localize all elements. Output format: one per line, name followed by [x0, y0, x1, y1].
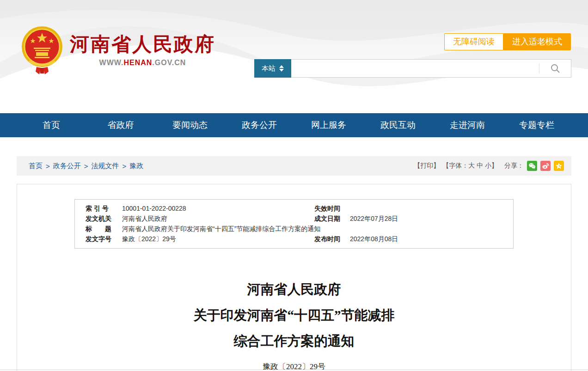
search-icon	[550, 63, 560, 73]
share-qzone-button[interactable]	[554, 161, 564, 171]
wechat-icon	[528, 162, 536, 170]
site-brand: 河南省人民政府 WWW.HENAN.GOV.CN	[21, 25, 215, 74]
font-size-small-button[interactable]: 小	[485, 162, 491, 169]
meta-expiry-value	[350, 203, 513, 213]
meta-title-label: 标 题	[75, 224, 122, 234]
document-meta-table: 索 引 号 10001-01-2022-00228 失效时间 发文机关 河南省人…	[74, 199, 514, 249]
breadcrumb-separator: >	[122, 162, 127, 170]
share-weibo-button[interactable]	[540, 161, 551, 171]
meta-date-published-label: 发布时间	[304, 234, 350, 244]
header-mode-buttons: 无障碍阅读 进入适老模式	[444, 33, 571, 50]
accessibility-reading-button[interactable]: 无障碍阅读	[444, 33, 503, 50]
site-url-www: WWW.	[99, 59, 124, 67]
breadcrumb-bar: 首页 > 政务公开 > 法规文件 > 豫政 【打印】 【字体：大 中 小】 分享…	[17, 156, 571, 176]
header-banner: 河南省人民政府 WWW.HENAN.GOV.CN 无障碍阅读 进入适老模式 本站	[0, 0, 588, 113]
search-input[interactable]	[291, 60, 539, 77]
national-emblem-icon	[21, 25, 63, 74]
share-label: 分享：	[504, 162, 524, 170]
meta-title-value: 河南省人民政府关于印发河南省“十四五”节能减排综合工作方案的通知	[122, 224, 513, 234]
meta-index-label: 索 引 号	[75, 203, 122, 213]
site-url-domain: HENAN	[123, 59, 152, 67]
nav-item-news[interactable]: 要闻动态	[155, 113, 225, 137]
bottom-divider	[0, 370, 588, 370]
print-button[interactable]: 【打印】	[414, 162, 440, 170]
document-title-line3: 综合工作方案的通知	[17, 328, 571, 354]
meta-expiry-label: 失效时间	[304, 203, 350, 213]
meta-date-written-label: 成文日期	[304, 213, 350, 224]
nav-item-about-henan[interactable]: 走进河南	[433, 113, 502, 137]
nav-item-public-interaction[interactable]: 政民互动	[363, 113, 433, 137]
meta-date-written-value: 2022年07月28日	[350, 213, 513, 224]
scope-toggle-arrows-icon	[279, 65, 284, 72]
main-nav: 首页 省政府 要闻动态 政务公开 网上服务 政民互动 走进河南 专题专栏	[0, 113, 588, 137]
breadcrumb-regulations[interactable]: 法规文件	[92, 162, 119, 170]
site-title[interactable]: 河南省人民政府	[70, 34, 215, 55]
font-size-large-button[interactable]: 大	[468, 162, 475, 169]
breadcrumb-separator: >	[84, 162, 88, 170]
breadcrumb-gov-disclosure[interactable]: 政务公开	[53, 162, 81, 170]
breadcrumb: 首页 > 政务公开 > 法规文件 > 豫政	[29, 162, 143, 170]
document-title-line2: 关于印发河南省“十四五”节能减排	[17, 302, 571, 328]
meta-date-published-value: 2022年08月08日	[350, 234, 513, 244]
meta-index-value: 10001-01-2022-00228	[122, 203, 304, 213]
breadcrumb-separator: >	[46, 162, 50, 170]
meta-issuing-org-value: 河南省人民政府	[122, 213, 304, 224]
font-size-control: 【字体：大 中 小】	[442, 162, 498, 170]
document-card: 索 引 号 10001-01-2022-00228 失效时间 发文机关 河南省人…	[17, 184, 571, 371]
nav-item-special-topics[interactable]: 专题专栏	[502, 113, 571, 137]
font-control-open: 【字体：	[442, 162, 468, 169]
nav-item-gov-disclosure[interactable]: 政务公开	[225, 113, 294, 137]
breadcrumb-yuzheng[interactable]: 豫政	[129, 162, 143, 170]
search-button[interactable]	[539, 60, 571, 77]
font-size-medium-button[interactable]: 中	[477, 162, 483, 169]
nav-item-online-services[interactable]: 网上服务	[294, 113, 363, 137]
share-wechat-button[interactable]	[527, 161, 537, 171]
qzone-star-icon	[555, 162, 563, 170]
search-scope-select[interactable]: 本站	[254, 59, 291, 78]
elder-mode-button[interactable]: 进入适老模式	[503, 33, 571, 50]
weibo-icon	[542, 162, 549, 170]
font-control-close: 】	[491, 162, 498, 169]
meta-doc-number-label: 发文字号	[75, 234, 122, 244]
nav-item-home[interactable]: 首页	[17, 113, 86, 137]
search-bar: 本站	[254, 59, 571, 78]
page-tools: 【打印】 【字体：大 中 小】 分享：	[411, 161, 564, 171]
nav-item-provincial-government[interactable]: 省政府	[86, 113, 155, 137]
meta-doc-number-value: 豫政〔2022〕29号	[122, 234, 304, 244]
site-url: WWW.HENAN.GOV.CN	[70, 59, 215, 67]
document-title: 河南省人民政府 关于印发河南省“十四五”节能减排 综合工作方案的通知	[17, 276, 571, 354]
site-url-suffix: .GOV.CN	[152, 59, 186, 67]
search-scope-label: 本站	[262, 64, 276, 73]
meta-issuing-org-label: 发文机关	[75, 213, 122, 224]
breadcrumb-home[interactable]: 首页	[29, 162, 43, 170]
document-title-line1: 河南省人民政府	[17, 276, 571, 302]
